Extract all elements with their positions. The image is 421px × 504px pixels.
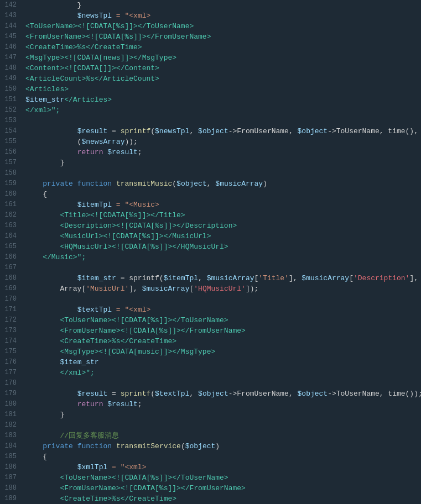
- code-line: 146<CreateTime>%s</CreateTime>: [0, 42, 421, 53]
- token: </xml>";: [25, 106, 60, 114]
- line-content: <Title><![CDATA[%s]]></Title>: [23, 210, 421, 221]
- line-content: <MsgType><![CDATA[news]]></MsgType>: [23, 53, 421, 63]
- token: <CreateTime>%s</CreateTime>: [25, 495, 176, 503]
- line-content: $item_str</Articles>: [23, 95, 421, 105]
- line-number: 178: [0, 378, 23, 389]
- token: private: [43, 180, 73, 188]
- token: [25, 127, 77, 135]
- token: transmitService: [116, 442, 181, 450]
- token: (: [181, 442, 185, 450]
- token: (: [172, 180, 176, 188]
- code-line: 164 <MusicUrl><![CDATA[%s]]></MusicUrl>: [0, 231, 421, 242]
- token: ],: [289, 274, 302, 282]
- token: [73, 442, 77, 450]
- line-number: 150: [0, 84, 23, 95]
- token: ],: [409, 274, 421, 282]
- line-number: 182: [0, 420, 23, 431]
- line-number: 162: [0, 210, 23, 221]
- line-number: 169: [0, 284, 23, 294]
- code-line: 156 return $result;: [0, 147, 421, 158]
- line-number: 174: [0, 336, 23, 347]
- line-content: <CreateTime>%s</CreateTime>: [23, 336, 421, 347]
- token: <FromUserName><![CDATA[%s]]></FromUserNa…: [25, 327, 246, 335]
- token: $result: [77, 390, 108, 398]
- token: <Content><![CDATA[]]></Content>: [25, 64, 159, 72]
- token: $item_str: [25, 96, 64, 104]
- line-content: </xml>";: [23, 105, 421, 116]
- code-line: 181 }: [0, 410, 421, 420]
- token: $musicArray: [207, 274, 254, 282]
- line-number: 143: [0, 11, 23, 21]
- token: <MsgType><![CDATA[music]]></MsgType>: [25, 348, 215, 356]
- line-number: 153: [0, 116, 23, 126]
- token: $object: [298, 127, 328, 135]
- line-number: 151: [0, 95, 23, 105]
- token: return: [77, 148, 103, 156]
- line-number: 155: [0, 136, 23, 147]
- line-content: </Music>";: [23, 252, 421, 262]
- code-line: 155 ($newsArray));: [0, 136, 421, 147]
- token: <Title><![CDATA[%s]]></Title>: [25, 211, 185, 219]
- line-content: $textTpl = "<xml>: [23, 305, 421, 315]
- token: function: [77, 442, 112, 450]
- token: <ToUserName><![CDATA[%s]]></ToUserName>: [25, 316, 228, 324]
- token: $newsTpl: [155, 127, 189, 135]
- code-line: 173 <FromUserName><![CDATA[%s]]></FromUs…: [0, 326, 421, 336]
- line-number: 142: [0, 0, 23, 11]
- line-number: 154: [0, 126, 23, 136]
- token: ;: [138, 400, 142, 408]
- line-number: 156: [0, 147, 23, 158]
- token: 'Description': [354, 274, 409, 282]
- line-number: 181: [0, 410, 23, 420]
- line-content: ($newsArray));: [23, 136, 421, 147]
- token: 'Title': [258, 274, 289, 282]
- token: ]);: [246, 285, 258, 293]
- line-content: <MusicUrl><![CDATA[%s]]></MusicUrl>: [23, 231, 421, 242]
- code-line: 169 Array['MusicUrl'], $musicArray['HQMu…: [0, 284, 421, 294]
- token: </Articles>: [64, 96, 112, 104]
- line-number: 177: [0, 368, 23, 378]
- line-number: 179: [0, 389, 23, 399]
- token: ->ToUserName, time(),: [328, 127, 421, 135]
- line-number: 184: [0, 441, 23, 452]
- token: ;: [138, 148, 142, 156]
- token: ,: [189, 390, 198, 398]
- token: = sprintf(: [116, 274, 164, 282]
- code-line: 176 $item_str: [0, 357, 421, 368]
- token: }: [25, 1, 81, 9]
- token: $result: [107, 400, 138, 408]
- line-content: <ToUserName><![CDATA[%s]]></ToUserName>: [23, 315, 421, 326]
- token: (: [25, 138, 81, 146]
- token: [25, 180, 43, 188]
- code-line: 149<ArticleCount>%s</ArticleCount>: [0, 74, 421, 84]
- code-line: 170: [0, 294, 421, 305]
- token: ->ToUserName, time());: [328, 390, 421, 398]
- token: ): [215, 442, 220, 450]
- token: <Description><![CDATA[%s]]></Description…: [25, 222, 237, 230]
- token: </xml>";: [25, 369, 95, 377]
- token: $musicArray: [215, 180, 263, 188]
- line-content: </xml>";: [23, 368, 421, 378]
- line-content: <ArticleCount>%s</ArticleCount>: [23, 74, 421, 84]
- token: $xmlTpl: [77, 463, 108, 471]
- code-line: 154 $result = sprintf($newsTpl, $object-…: [0, 126, 421, 136]
- line-content: {: [23, 452, 421, 462]
- token: 'HQMusicUrl': [194, 285, 246, 293]
- line-number: 176: [0, 357, 23, 368]
- line-number: 180: [0, 399, 23, 410]
- token: ],: [129, 285, 142, 293]
- token: [25, 12, 77, 20]
- token: transmitMusic: [116, 180, 172, 188]
- token: $object: [198, 127, 228, 135]
- token: }: [25, 159, 64, 167]
- code-line: 153: [0, 116, 421, 126]
- token: = "<xml>: [107, 463, 146, 471]
- token: $textTpl: [155, 390, 189, 398]
- line-content: $result = sprintf($newsTpl, $object->Fro…: [23, 126, 421, 136]
- token: $newsArray: [81, 138, 124, 146]
- token: ,: [198, 274, 207, 282]
- code-line: 142 }: [0, 0, 421, 11]
- token: [25, 201, 77, 209]
- line-content: <Description><![CDATA[%s]]></Description…: [23, 221, 421, 231]
- line-content: {: [23, 189, 421, 200]
